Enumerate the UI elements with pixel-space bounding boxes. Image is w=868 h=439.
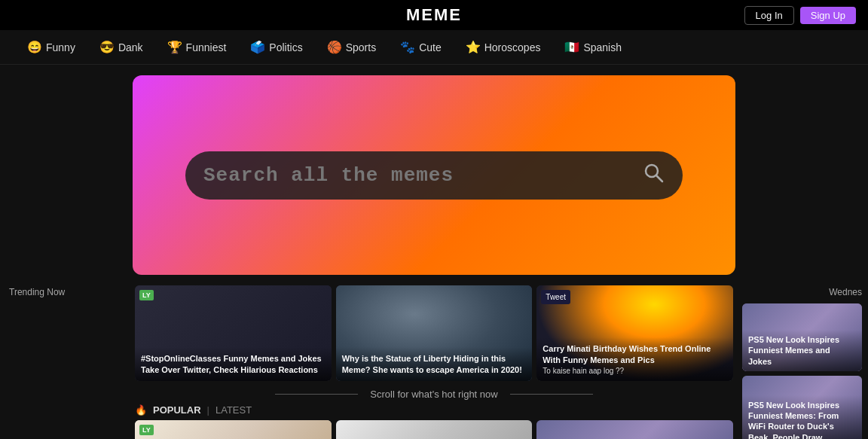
- dank-icon: 😎: [99, 40, 115, 54]
- site-logo: MEME: [406, 5, 462, 25]
- nav-item-sports[interactable]: 🏀 Sports: [315, 40, 388, 54]
- nav-label-sports: Sports: [346, 41, 376, 53]
- card-subtitle-3: To kaise hain aap log ??: [542, 367, 727, 375]
- nav-bar: 😄 Funny 😎 Dank 🏆 Funniest 🗳️ Politics 🏀 …: [0, 30, 868, 65]
- scroll-line-left: [275, 394, 358, 395]
- card-statue-liberty[interactable]: Why is the Statue of Liberty Hiding in t…: [336, 285, 533, 381]
- main-layout: Trending Now LY #StopOnlineClasses Funny…: [0, 279, 868, 439]
- sports-icon: 🏀: [327, 40, 342, 54]
- sidebar-left: Trending Now: [0, 279, 132, 439]
- cards-grid: LY #StopOnlineClasses Funny Memes and Jo…: [132, 285, 736, 381]
- bottom-card-1[interactable]: LY #StopOnlineClass Trends on: [135, 420, 332, 439]
- hero-section: [133, 75, 735, 275]
- nav-label-dank: Dank: [118, 41, 143, 53]
- header-actions: Log In Sign Up: [744, 6, 856, 25]
- nav-item-dank[interactable]: 😎 Dank: [87, 40, 155, 54]
- nav-item-cute[interactable]: 🐾 Cute: [388, 40, 454, 54]
- separator: |: [207, 404, 209, 416]
- scroll-text: Scroll for what's hot right now: [370, 389, 497, 400]
- right-card-title-1: PS5 New Look Inspires Funniest Memes and…: [748, 334, 856, 367]
- nav-label-spanish: Spanish: [583, 41, 622, 53]
- ly-badge: LY: [139, 290, 154, 300]
- card-title-3: Carry Minati Birthday Wishes Trend Onlin…: [542, 343, 727, 365]
- card-stop-online-classes[interactable]: LY #StopOnlineClasses Funny Memes and Jo…: [135, 285, 332, 381]
- svg-line-1: [656, 175, 662, 181]
- bottom-card-2[interactable]: [336, 420, 533, 439]
- nav-label-horoscopes: Horoscopes: [484, 41, 541, 53]
- horoscopes-icon: ⭐: [466, 40, 481, 54]
- signup-button[interactable]: Sign Up: [800, 7, 856, 24]
- search-button[interactable]: [642, 161, 665, 189]
- latest-label: LATEST: [215, 404, 252, 416]
- card-carry-minati[interactable]: Tweet Carry Minati Birthday Wishes Trend…: [536, 285, 733, 381]
- right-cards: PS5 New Look Inspires Funniest Memes and…: [742, 303, 862, 439]
- nav-item-funniest[interactable]: 🏆 Funniest: [155, 40, 239, 54]
- wednesday-label: Wednes: [742, 287, 862, 297]
- popular-bar: 🔥 POPULAR | LATEST: [132, 404, 736, 420]
- nav-label-funniest: Funniest: [186, 41, 227, 53]
- spanish-icon: 🇲🇽: [564, 40, 579, 54]
- right-card-ps5-wifi[interactable]: LY PS5 New Look Inspires Funniest Memes:…: [742, 376, 862, 439]
- nav-item-spanish[interactable]: 🇲🇽 Spanish: [552, 40, 634, 54]
- right-card-title-2: PS5 New Look Inspires Funniest Memes: Fr…: [748, 400, 856, 439]
- cute-icon: 🐾: [400, 40, 415, 54]
- right-card-ps5[interactable]: PS5 New Look Inspires Funniest Memes and…: [742, 303, 862, 371]
- content-area: LY #StopOnlineClasses Funny Memes and Jo…: [132, 279, 736, 439]
- nav-item-horoscopes[interactable]: ⭐ Horoscopes: [454, 40, 553, 54]
- sidebar-right: Wednes PS5 New Look Inspires Funniest Me…: [736, 279, 868, 439]
- search-input[interactable]: [203, 164, 633, 187]
- nav-label-funny: Funny: [46, 41, 75, 53]
- scroll-section: Scroll for what's hot right now: [132, 389, 736, 400]
- scroll-line-right: [510, 394, 593, 395]
- trending-label: Trending Now: [6, 287, 126, 297]
- bottom-cards-grid: LY #StopOnlineClass Trends on: [132, 420, 736, 439]
- popular-label: POPULAR: [153, 404, 201, 416]
- header: MEME Log In Sign Up: [0, 0, 868, 30]
- funniest-icon: 🏆: [167, 40, 182, 54]
- nav-item-politics[interactable]: 🗳️ Politics: [238, 40, 314, 54]
- fire-icon: 🔥: [135, 404, 147, 416]
- ly-badge-bottom: LY: [139, 425, 154, 435]
- bottom-card-3[interactable]: [536, 420, 733, 439]
- politics-icon: 🗳️: [250, 40, 265, 54]
- card-title-2: Why is the Statue of Liberty Hiding in t…: [342, 353, 527, 375]
- nav-label-cute: Cute: [419, 41, 442, 53]
- login-button[interactable]: Log In: [744, 6, 794, 25]
- search-bar[interactable]: [185, 151, 683, 200]
- funny-icon: 😄: [27, 40, 42, 54]
- card-title-1: #StopOnlineClasses Funny Memes and Jokes…: [141, 353, 326, 375]
- nav-item-funny[interactable]: 😄 Funny: [15, 40, 87, 54]
- nav-label-politics: Politics: [269, 41, 302, 53]
